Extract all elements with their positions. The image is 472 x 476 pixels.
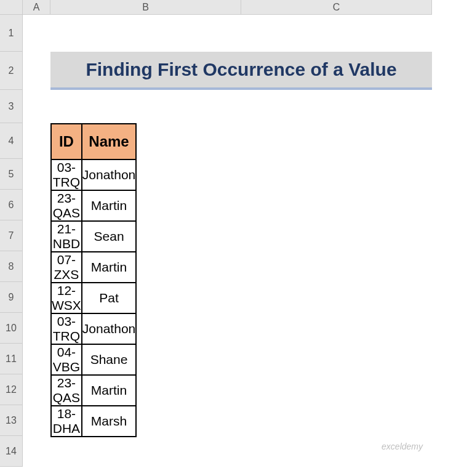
cell-id[interactable]: 12-WSX [51,283,82,313]
column-headers: A B C [23,0,432,15]
table-row: 07-ZXS Martin [51,252,136,283]
header-name[interactable]: Name [82,124,136,159]
table-header-row: ID Name [51,124,136,159]
cell-name[interactable]: Martin [82,252,136,283]
cell-id[interactable]: 03-TRQ [51,313,82,344]
row-header-8[interactable]: 8 [0,251,23,282]
cell-name[interactable]: Martin [82,375,136,406]
row-header-4[interactable]: 4 [0,123,23,159]
watermark: exceldemy [382,442,423,451]
row-header-6[interactable]: 6 [0,190,23,220]
cell-name[interactable]: Jonathon [82,313,136,344]
row-header-9[interactable]: 9 [0,282,23,313]
cell-name[interactable]: Sean [82,221,136,252]
table-row: 21-NBD Sean [51,221,136,252]
cell-name[interactable]: Marsh [82,406,136,437]
row-header-5[interactable]: 5 [0,159,23,190]
spreadsheet-view: A B C 1 2 3 4 5 6 7 8 9 10 11 12 13 14 F… [0,0,472,476]
row-header-11[interactable]: 11 [0,344,23,374]
header-id[interactable]: ID [51,124,82,159]
table-row: 04-VBG Shane [51,344,136,375]
row-header-7[interactable]: 7 [0,220,23,251]
row-header-14[interactable]: 14 [0,436,23,467]
row-header-10[interactable]: 10 [0,313,23,344]
col-header-C[interactable]: C [241,0,432,15]
cell-id[interactable]: 07-ZXS [51,252,82,283]
data-table: ID Name 03-TRQ Jonathon 23-QAS Martin 21… [50,123,137,437]
cell-id[interactable]: 03-TRQ [51,159,82,190]
col-header-B[interactable]: B [50,0,241,15]
cell-name[interactable]: Shane [82,344,136,375]
select-all-corner[interactable] [0,0,23,15]
watermark-text: exceldemy [382,442,423,451]
cell-id[interactable]: 21-NBD [51,221,82,252]
cell-id[interactable]: 23-QAS [51,375,82,406]
cell-id[interactable]: 23-QAS [51,190,82,221]
row-headers: 1 2 3 4 5 6 7 8 9 10 11 12 13 14 [0,15,23,467]
row-header-3[interactable]: 3 [0,90,23,123]
table-row: 23-QAS Martin [51,375,136,406]
title-cell[interactable]: Finding First Occurrence of a Value [50,52,432,90]
cell-name[interactable]: Jonathon [82,159,136,190]
table-row: 12-WSX Pat [51,283,136,313]
col-header-A[interactable]: A [23,0,50,15]
table-row: 03-TRQ Jonathon [51,313,136,344]
cell-id[interactable]: 04-VBG [51,344,82,375]
cell-id[interactable]: 18-DHA [51,406,82,437]
cell-name[interactable]: Martin [82,190,136,221]
table-row: 18-DHA Marsh [51,406,136,437]
row-header-1[interactable]: 1 [0,15,23,52]
row-header-12[interactable]: 12 [0,374,23,405]
table-row: 23-QAS Martin [51,190,136,221]
table-row: 03-TRQ Jonathon [51,159,136,190]
row-header-13[interactable]: 13 [0,405,23,436]
row-header-2[interactable]: 2 [0,52,23,90]
cell-name[interactable]: Pat [82,283,136,313]
